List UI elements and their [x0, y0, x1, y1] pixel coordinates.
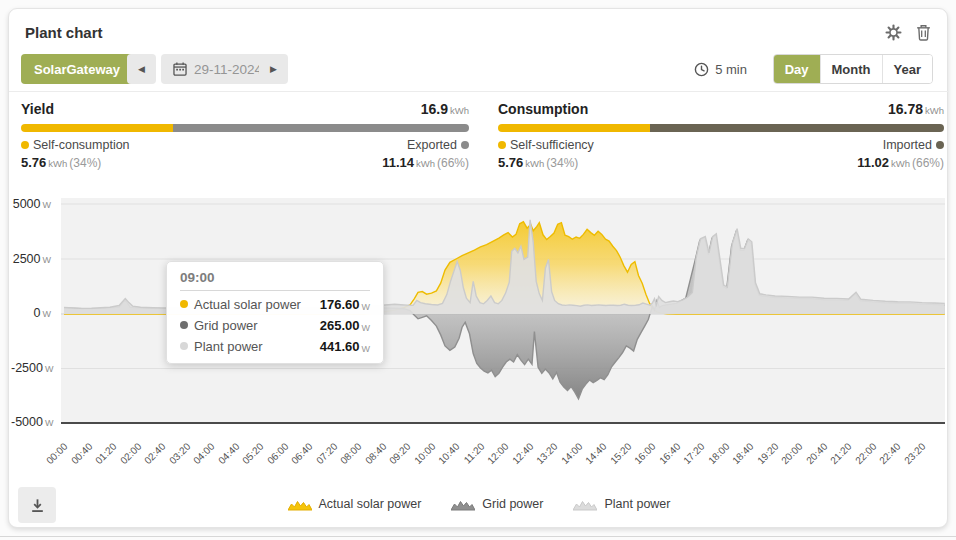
series-dot-icon — [180, 342, 188, 350]
yield-bar-selfconsumption — [21, 124, 173, 132]
toolbar-divider — [9, 91, 949, 92]
y-tick-label: 2500W — [11, 252, 51, 266]
y-tick-label: -2500W — [11, 361, 51, 375]
imported-label: Imported — [883, 138, 944, 152]
interval-label: 5 min — [715, 62, 747, 77]
tooltip-time: 09:00 — [180, 270, 370, 291]
prev-day-button[interactable]: ◀ — [127, 54, 156, 84]
y-tick-label: 5000W — [11, 197, 51, 211]
gear-icon — [884, 23, 903, 42]
page-title: Plant chart — [25, 24, 103, 41]
y-tick-label: -5000W — [11, 415, 51, 429]
delete-button[interactable] — [913, 22, 933, 42]
toolbar: SolarGateway ◀ 29-11-2024 ▶ 5 min Day Mo… — [19, 54, 937, 84]
series-dot-icon — [180, 300, 188, 308]
yield-panel: Yield 16.9kWh Self-consumption Exported … — [21, 101, 469, 170]
area-shape-icon — [573, 498, 597, 511]
tooltip-row: Plant power441.60W — [180, 339, 370, 354]
yield-bar — [21, 124, 469, 132]
gateway-button[interactable]: SolarGateway — [21, 54, 133, 84]
consumption-title: Consumption — [498, 101, 588, 117]
consumption-bar-selfsufficiency — [498, 124, 650, 132]
tab-year[interactable]: Year — [883, 55, 932, 83]
area-shape-icon — [288, 498, 312, 511]
tooltip-row: Grid power265.00W — [180, 318, 370, 333]
tooltip-row: Actual solar power176.60W — [180, 297, 370, 312]
interval-indicator: 5 min — [694, 54, 747, 84]
series-dot-icon — [180, 321, 188, 329]
exported-value: 11.14kWh(66%) — [382, 155, 469, 170]
exported-dot-icon — [461, 141, 469, 149]
legend-item[interactable]: Grid power — [451, 497, 543, 511]
settings-button[interactable] — [883, 22, 903, 42]
chart-tooltip: 09:00 Actual solar power176.60WGrid powe… — [166, 261, 384, 364]
date-label: 29-11-2024 — [194, 62, 262, 77]
tab-day[interactable]: Day — [774, 55, 821, 83]
legend-item[interactable]: Plant power — [573, 497, 670, 511]
yield-total: 16.9kWh — [421, 101, 469, 117]
legend-item[interactable]: Actual solar power — [288, 497, 422, 511]
trash-icon — [916, 24, 931, 41]
consumption-panel: Consumption 16.78kWh Self-sufficiency Im… — [498, 101, 944, 170]
plant-chart-card: Plant chart SolarGateway ◀ — [8, 8, 948, 528]
self-consumption-value: 5.76kWh(34%) — [21, 155, 101, 170]
area-shape-icon — [451, 498, 475, 511]
self-sufficiency-dot-icon — [498, 141, 506, 149]
tab-month[interactable]: Month — [821, 55, 883, 83]
date-picker-button[interactable]: 29-11-2024 — [161, 54, 274, 84]
calendar-icon — [173, 62, 187, 76]
yield-bar-exported — [173, 124, 469, 132]
consumption-total: 16.78kWh — [888, 101, 944, 117]
consumption-bar-imported — [650, 124, 944, 132]
page-divider — [0, 536, 956, 537]
exported-label: Exported — [407, 138, 469, 152]
self-consumption-label: Self-consumption — [21, 138, 130, 152]
chart-legend: Actual solar powerGrid powerPlant power — [9, 497, 949, 511]
imported-dot-icon — [936, 141, 944, 149]
self-sufficiency-value: 5.76kWh(34%) — [498, 155, 578, 170]
next-day-button[interactable]: ▶ — [259, 54, 288, 84]
header-actions — [883, 22, 933, 42]
view-switcher: Day Month Year — [773, 54, 933, 84]
yield-title: Yield — [21, 101, 54, 117]
consumption-bar — [498, 124, 944, 132]
imported-value: 11.02kWh(66%) — [857, 155, 944, 170]
self-consumption-dot-icon — [21, 141, 29, 149]
y-tick-label: 0W — [11, 306, 51, 320]
self-sufficiency-label: Self-sufficiency — [498, 138, 594, 152]
clock-icon — [694, 62, 709, 77]
